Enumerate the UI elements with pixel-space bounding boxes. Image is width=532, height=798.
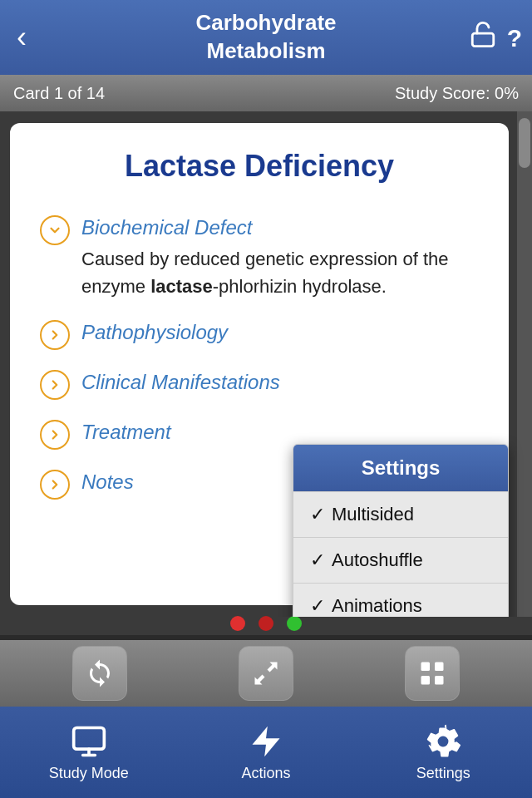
- toolbar: [0, 640, 532, 707]
- chevron-biochemical-icon[interactable]: [40, 215, 70, 245]
- actions-icon: [248, 723, 284, 760]
- section-pathophysiology[interactable]: Pathophysiology: [40, 318, 479, 350]
- card-title: Lactase Deficiency: [40, 148, 479, 184]
- check-autoshuffle: ✓: [310, 549, 325, 571]
- svg-rect-4: [435, 676, 444, 685]
- section-clinical[interactable]: Clinical Manifestations: [40, 368, 479, 400]
- main-area: Lactase Deficiency Biochemical Defect Ca…: [0, 111, 532, 617]
- svg-marker-6: [252, 726, 279, 756]
- settings-multisided-label: Multisided: [332, 504, 414, 525]
- settings-option-multisided[interactable]: ✓ Multisided: [293, 491, 508, 537]
- svg-rect-5: [73, 727, 104, 749]
- chevron-treatment-icon[interactable]: [40, 420, 70, 450]
- view-button[interactable]: [405, 646, 460, 701]
- header: ‹ CarbohydrateMetabolism ?: [0, 0, 532, 75]
- back-button[interactable]: ‹: [10, 16, 33, 59]
- check-multisided: ✓: [310, 504, 325, 525]
- section-treatment-label: Treatment: [81, 418, 479, 446]
- expand-button[interactable]: [239, 646, 293, 701]
- status-bar: Card 1 of 14 Study Score: 0%: [0, 75, 532, 111]
- svg-rect-0: [472, 33, 494, 47]
- nav-actions-label: Actions: [241, 765, 290, 782]
- card-counter: Card 1 of 14: [13, 84, 105, 103]
- nav-study-mode-label: Study Mode: [49, 765, 129, 782]
- dot-red-2: [259, 616, 273, 631]
- settings-option-animations[interactable]: ✓ Animations: [293, 583, 508, 617]
- settings-icon: [425, 723, 461, 760]
- settings-autoshuffle-label: Autoshuffle: [332, 549, 423, 571]
- chevron-pathophysiology-icon[interactable]: [40, 320, 70, 350]
- bottom-nav: Study Mode Actions Settings: [0, 707, 532, 798]
- nav-settings-label: Settings: [416, 765, 470, 782]
- flip-button[interactable]: [72, 646, 127, 701]
- settings-option-autoshuffle[interactable]: ✓ Autoshuffle: [293, 537, 508, 583]
- header-title: CarbohydrateMetabolism: [195, 9, 336, 66]
- nav-settings[interactable]: Settings: [377, 723, 510, 782]
- svg-rect-3: [421, 676, 431, 685]
- header-icons: ?: [469, 21, 522, 55]
- settings-dropdown-header: Settings: [293, 445, 508, 491]
- chevron-notes-icon[interactable]: [40, 470, 70, 500]
- section-biochemical-label: Biochemical Defect: [81, 214, 479, 242]
- section-clinical-label: Clinical Manifestations: [81, 368, 479, 397]
- section-biochemical[interactable]: Biochemical Defect Caused by reduced gen…: [40, 214, 479, 300]
- scrollbar[interactable]: [517, 111, 532, 617]
- section-biochemical-content: Caused by reduced genetic expression of …: [81, 245, 479, 300]
- study-score: Study Score: 0%: [395, 84, 519, 103]
- lock-icon[interactable]: [469, 21, 497, 55]
- chevron-clinical-icon[interactable]: [40, 370, 70, 400]
- dot-red-1: [230, 616, 245, 631]
- dot-green: [287, 616, 302, 631]
- svg-rect-2: [435, 663, 444, 672]
- settings-animations-label: Animations: [332, 595, 422, 617]
- nav-study-mode[interactable]: Study Mode: [22, 723, 155, 782]
- section-pathophysiology-label: Pathophysiology: [81, 318, 479, 347]
- check-animations: ✓: [310, 595, 325, 617]
- study-mode-icon: [71, 723, 107, 760]
- scroll-thumb: [519, 118, 530, 168]
- help-icon[interactable]: ?: [507, 25, 522, 50]
- svg-rect-1: [421, 663, 431, 672]
- nav-actions[interactable]: Actions: [200, 723, 332, 782]
- settings-dropdown: Settings ✓ Multisided ✓ Autoshuffle ✓ An…: [293, 444, 509, 617]
